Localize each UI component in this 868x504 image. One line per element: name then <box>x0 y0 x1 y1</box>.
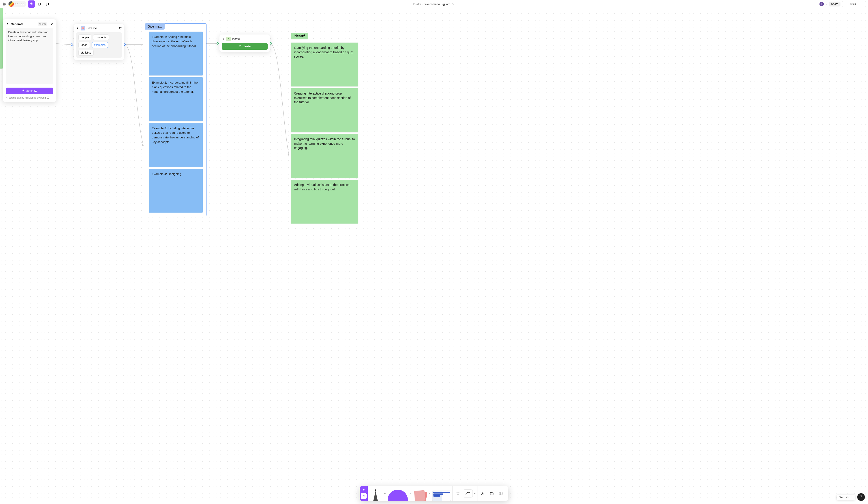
chip-ideas[interactable]: ideas <box>79 42 90 48</box>
give-me-card: 🧠 Give me... peopleconceptsideasexamples… <box>74 24 124 60</box>
svg-point-0 <box>3 3 4 3</box>
panels-button[interactable] <box>36 0 43 8</box>
help-button[interactable]: ? <box>857 493 865 501</box>
ideate-frame[interactable]: Ideate! Gamifying the onboarding tutoria… <box>291 33 358 225</box>
ideate-button[interactable]: Ideate <box>222 43 268 50</box>
svg-point-1 <box>4 3 5 3</box>
ai-disclaimer: AI outputs can be misleading or wrong <box>6 96 53 99</box>
timer-pill[interactable]: 06:00 <box>8 1 27 7</box>
zoom-in-button[interactable] <box>860 1 866 7</box>
stamp-tool[interactable] <box>479 490 487 497</box>
chip-statistics[interactable]: statistics <box>79 50 94 55</box>
connection-dot[interactable] <box>270 42 272 44</box>
info-icon[interactable] <box>47 96 49 99</box>
sticky-tool[interactable] <box>412 486 428 501</box>
brain-icon: 🧠 <box>81 26 85 30</box>
ai-beta-badge: AI beta <box>38 22 47 26</box>
svg-point-3 <box>4 4 5 4</box>
chip-examples[interactable]: examples <box>92 42 108 48</box>
timer-value: 06:00 <box>15 2 25 6</box>
svg-marker-12 <box>69 44 71 45</box>
cursor-tool[interactable] <box>362 488 365 492</box>
back-icon[interactable] <box>6 23 9 26</box>
card-title: Give me... <box>86 27 117 30</box>
sticky-options[interactable] <box>428 486 431 501</box>
sparkle-icon <box>226 37 231 41</box>
svg-marker-15 <box>288 154 290 156</box>
sticky-note[interactable]: Example 4: Designing <box>149 169 203 213</box>
chip-people[interactable]: people <box>79 34 91 40</box>
chevron-down-icon[interactable] <box>825 2 827 6</box>
skip-intro-button[interactable]: Skip intro <box>837 495 855 500</box>
chevron-down-icon[interactable] <box>452 2 455 6</box>
examples-frame[interactable]: Give me... Example 1: Adding a multiple-… <box>145 23 206 216</box>
generate-panel: Generate AI beta Generate AI outputs can… <box>3 19 56 102</box>
connection-dot[interactable] <box>71 43 73 46</box>
connector-options[interactable] <box>473 486 476 501</box>
chevron-right-icon <box>851 496 853 499</box>
svg-point-5 <box>4 5 5 5</box>
section-tool[interactable] <box>488 490 496 497</box>
svg-rect-19 <box>482 494 484 495</box>
table-tool[interactable] <box>497 490 505 497</box>
sticky-note[interactable]: Gamifying the onboarding tutorial by inc… <box>291 43 358 86</box>
breadcrumb: Drafts / Welcome to FigJam <box>413 2 455 6</box>
comment-button[interactable] <box>44 0 51 8</box>
zoom-out-button[interactable] <box>842 1 848 7</box>
breadcrumb-drafts[interactable]: Drafts <box>413 2 421 6</box>
chip-concepts[interactable]: concepts <box>93 34 109 40</box>
sticky-note[interactable]: Adding a virtual assistant to the proces… <box>291 179 358 224</box>
generate-button[interactable]: Generate <box>6 88 53 94</box>
sparkle-icon <box>22 89 25 92</box>
svg-point-2 <box>3 4 4 4</box>
connection-dot[interactable] <box>217 42 219 44</box>
chip-group: peopleconceptsideasexamplesstatistics <box>76 32 122 58</box>
sticky-note[interactable]: out the tutorial, allowing users to lear… <box>0 8 3 69</box>
close-icon[interactable] <box>50 23 53 26</box>
pen-options[interactable] <box>383 486 386 501</box>
connector-tool[interactable] <box>463 490 473 497</box>
frame-label: Ideate! <box>291 33 308 39</box>
frame-label: Give me... <box>145 23 165 30</box>
svg-marker-13 <box>142 144 144 146</box>
widgets-tool[interactable] <box>431 486 452 501</box>
sticky-note[interactable]: Example 3: Including interactive quizzes… <box>149 123 203 167</box>
bottom-toolbar <box>360 486 508 501</box>
prompt-input[interactable] <box>6 28 53 84</box>
sticky-note[interactable]: Integrating mini quizzes within the tuto… <box>291 134 358 178</box>
card-title: Ideate! <box>232 38 268 41</box>
sticky-note[interactable]: Example 1: Adding a multiple-choice quiz… <box>149 32 203 75</box>
avatar[interactable]: L <box>819 2 824 6</box>
hand-tool[interactable] <box>361 493 366 499</box>
pen-tool[interactable] <box>368 486 383 501</box>
ai-button[interactable] <box>28 0 35 8</box>
panel-title: Generate <box>11 22 36 26</box>
refresh-icon <box>239 45 241 48</box>
timer-avatar-icon <box>9 1 14 7</box>
zoom-value[interactable]: 100% <box>848 1 860 7</box>
svg-point-6 <box>32 5 33 6</box>
svg-point-18 <box>48 97 48 97</box>
main-menu-button[interactable] <box>2 1 7 7</box>
sticky-note[interactable]: Creating interactive drag-and-drop exerc… <box>291 88 358 132</box>
svg-rect-7 <box>38 3 41 6</box>
refresh-icon[interactable] <box>119 27 122 30</box>
text-tool[interactable] <box>454 490 462 497</box>
back-icon[interactable] <box>76 27 79 30</box>
shape-options[interactable] <box>409 486 412 501</box>
sticky-note[interactable]: Example 2: Incorporating fill-in-the-bla… <box>149 77 203 121</box>
shape-tool[interactable] <box>386 486 409 501</box>
svg-point-4 <box>3 5 4 5</box>
share-button[interactable]: Share <box>829 2 840 7</box>
breadcrumb-title[interactable]: Welcome to FigJam <box>425 2 450 6</box>
ideate-card: Ideate! Ideate <box>219 34 270 52</box>
back-icon[interactable] <box>222 38 225 41</box>
